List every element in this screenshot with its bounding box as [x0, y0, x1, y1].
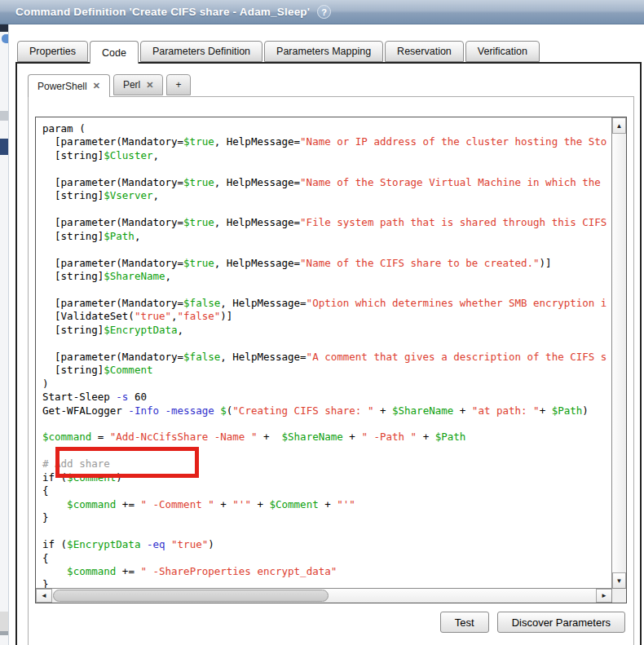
- code-token: +: [453, 404, 472, 417]
- code-token: $false: [183, 351, 220, 363]
- code-token: $false: [183, 297, 220, 309]
- code-token: Start-Sleep: [42, 391, 116, 403]
- scroll-down-icon: ▼: [616, 577, 623, 585]
- script-tab-perl[interactable]: Perl✕: [113, 74, 164, 95]
- footer-button-row: Test Discover Parameters: [440, 612, 625, 633]
- code-token: [42, 565, 67, 577]
- code-token: +: [214, 498, 233, 510]
- code-token: [140, 538, 147, 550]
- code-token: $ShareName: [104, 270, 165, 282]
- test-button[interactable]: Test: [440, 612, 489, 633]
- code-token: , HelpMessage=: [214, 216, 300, 228]
- tab-reservation[interactable]: Reservation: [385, 41, 464, 62]
- code-token: $true: [183, 176, 214, 188]
- vertical-scrollbar[interactable]: ▲ ▼: [611, 117, 626, 589]
- code-token: )]: [220, 310, 232, 322]
- dialog-title: Command Definition 'Create CIFS share - …: [0, 6, 310, 18]
- main-tab-strip: PropertiesCodeParameters DefinitionParam…: [17, 41, 540, 64]
- code-token: }: [42, 578, 49, 588]
- horizontal-scrollbar-thumb[interactable]: [53, 590, 329, 602]
- code-token: "true": [171, 538, 208, 550]
- code-token: [string]: [42, 149, 104, 161]
- code-token: , HelpMessage=: [214, 176, 300, 188]
- screen: Command Definition 'Create CIFS share - …: [0, 0, 644, 645]
- code-token: [165, 538, 172, 550]
- code-token: [string]: [42, 364, 104, 376]
- code-token: {: [42, 552, 49, 564]
- code-token: $command: [67, 565, 116, 577]
- code-token: ): [116, 471, 122, 484]
- horizontal-scrollbar[interactable]: ◄ ►: [36, 588, 612, 603]
- code-token: $true: [183, 257, 214, 269]
- code-token: [parameter(Mandatory=: [42, 176, 183, 188]
- scroll-left-button[interactable]: ◄: [36, 589, 52, 603]
- background-fragment: [0, 139, 8, 155]
- code-token: $Comment: [104, 364, 152, 376]
- code-editor[interactable]: param ( [parameter(Mandatory=$true, Help…: [35, 117, 627, 603]
- code-token: , HelpMessage=: [214, 257, 300, 269]
- code-token: "Creating CIFS share: ": [232, 404, 373, 417]
- scroll-right-icon: ►: [601, 592, 607, 599]
- code-token: [parameter(Mandatory=: [42, 216, 183, 228]
- code-token: ): [42, 378, 49, 390]
- code-token: 60: [128, 391, 147, 403]
- tab-label: Parameters Mapping: [276, 46, 371, 57]
- code-token: "Option which determines whether SMB enc…: [307, 297, 607, 309]
- code-token: [string]: [42, 189, 104, 201]
- code-token: if (: [42, 538, 67, 550]
- code-token: ): [582, 404, 589, 417]
- dialog-titlebar: Command Definition 'Create CIFS share - …: [0, 0, 644, 24]
- tab-parameters-mapping[interactable]: Parameters Mapping: [264, 41, 383, 62]
- code-token: +: [319, 498, 337, 510]
- tab-properties[interactable]: Properties: [17, 41, 88, 62]
- scroll-up-icon: ▲: [616, 122, 623, 130]
- code-token: "false": [178, 310, 221, 322]
- code-token: [parameter(Mandatory=: [42, 257, 183, 269]
- code-token: if (: [42, 471, 67, 484]
- scroll-right-button[interactable]: ►: [596, 589, 612, 603]
- code-token: [string]: [42, 324, 104, 336]
- code-token: -Info: [128, 404, 159, 417]
- background-fragment: [0, 111, 8, 121]
- code-token: " -Path ": [361, 431, 417, 443]
- code-token: " -ShareProperties encrypt_data": [140, 565, 337, 577]
- code-token: ,: [135, 230, 141, 242]
- close-tab-icon[interactable]: ✕: [146, 80, 153, 91]
- scroll-up-button[interactable]: ▲: [612, 117, 626, 134]
- tab-code[interactable]: Code: [90, 41, 139, 64]
- code-token: +: [373, 404, 392, 417]
- code-token: "at path: ": [472, 404, 540, 417]
- code-token: )]: [540, 257, 552, 269]
- code-token: , HelpMessage=: [214, 135, 300, 148]
- scroll-down-button[interactable]: ▼: [612, 572, 626, 589]
- code-token: $command: [67, 498, 116, 510]
- code-token: ,: [178, 324, 184, 336]
- code-token: ,: [165, 270, 172, 282]
- script-tab-powershell[interactable]: PowerShell✕: [28, 74, 110, 97]
- code-token: "Name of the CIFS share to be created.": [300, 257, 540, 269]
- help-icon[interactable]: ?: [317, 5, 331, 19]
- code-token: [parameter(Mandatory=: [42, 135, 183, 148]
- code-content[interactable]: param ( [parameter(Mandatory=$true, Help…: [36, 117, 611, 588]
- code-token: [159, 404, 165, 417]
- code-token: +: [251, 498, 270, 510]
- code-token: -s: [116, 391, 128, 403]
- code-token: "File system path that is shared through…: [300, 216, 607, 228]
- code-token: "'": [232, 498, 251, 510]
- code-token: [ValidateSet(: [42, 310, 135, 322]
- add-script-tab[interactable]: +: [166, 74, 190, 95]
- tab-label: Code: [102, 47, 126, 59]
- code-token: [string]: [42, 270, 104, 282]
- dialog-body: PropertiesCodeParameters DefinitionParam…: [8, 24, 644, 645]
- discover-parameters-button[interactable]: Discover Parameters: [497, 612, 625, 633]
- script-tab-label: Perl: [123, 79, 140, 91]
- code-token: -eq: [147, 538, 165, 550]
- code-token: Get-WFALogger: [42, 404, 128, 417]
- code-token: , HelpMessage=: [220, 351, 306, 363]
- tab-parameters-definition[interactable]: Parameters Definition: [140, 41, 262, 62]
- code-token: "Name or IP address of the cluster hosti…: [300, 135, 607, 148]
- code-tab-panel: PowerShell✕Perl✕+ param ( [parameter(Man…: [15, 62, 642, 645]
- code-token: "Name of the Storage Virtual Machine in …: [300, 176, 607, 188]
- close-tab-icon[interactable]: ✕: [93, 81, 100, 91]
- tab-verification[interactable]: Verification: [465, 41, 540, 62]
